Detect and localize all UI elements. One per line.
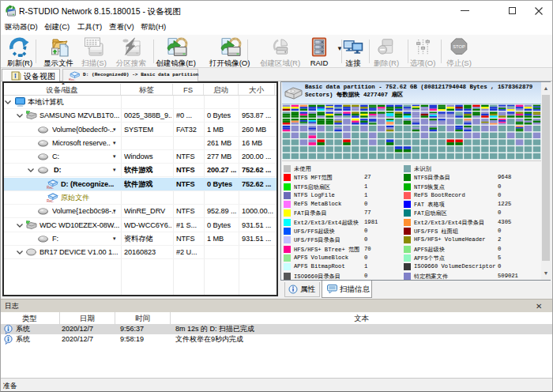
svg-text:Rec.: Rec. (47, 186, 54, 190)
svg-text:STOP: STOP (453, 44, 465, 49)
svg-text:Rec.: Rec. (47, 199, 54, 203)
svg-text:Rec.: Rec. (69, 77, 76, 81)
